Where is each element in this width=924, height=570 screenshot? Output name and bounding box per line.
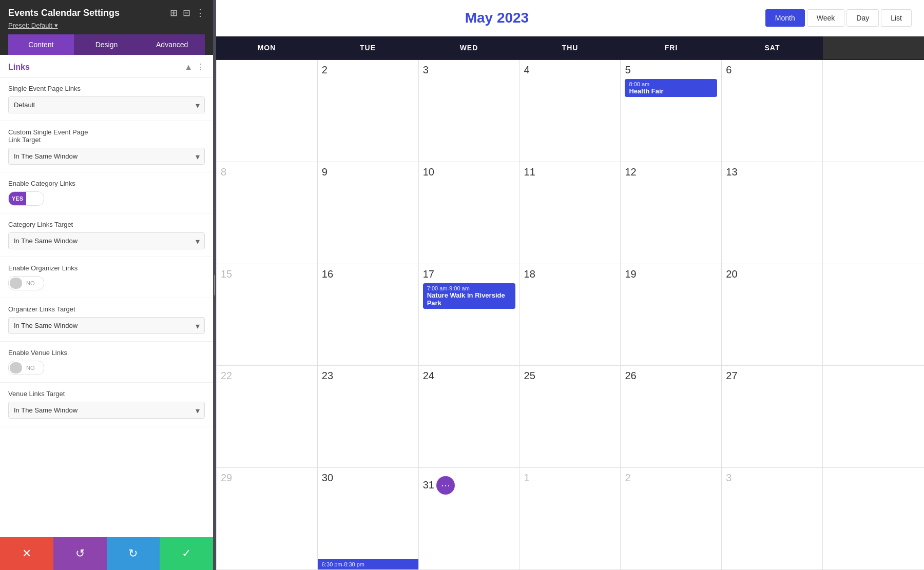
event-health-fair[interactable]: 8:00 am Health Fair [625, 79, 717, 97]
cal-cell: 15 [217, 264, 318, 366]
toggle-no-label: NO [23, 280, 38, 286]
calendar-days-header: MON TUE WED THU FRI SAT [216, 36, 924, 60]
cal-cell [217, 60, 318, 162]
enable-organizer-links-toggle-row: NO [8, 276, 205, 290]
day-name-fri: FRI [621, 36, 722, 59]
category-links-target-select-wrap: In The Same Window In A New Window [8, 232, 205, 249]
preset-row[interactable]: Preset: Default ▾ [8, 22, 205, 34]
cancel-button[interactable]: ✕ [0, 537, 53, 570]
drag-handle[interactable] [213, 0, 216, 570]
action-bar: ✕ ↺ ↻ ✓ [0, 537, 213, 570]
toggle-handle [27, 193, 40, 204]
cal-cell: 1 [520, 468, 621, 570]
enable-category-links-toggle[interactable]: YES [8, 191, 44, 206]
cal-cell: 4 [520, 60, 621, 162]
day-name-sat: SAT [722, 36, 823, 59]
cal-cell: 13 [722, 162, 823, 264]
category-links-target-select[interactable]: In The Same Window In A New Window [8, 232, 205, 249]
cal-cell: 25 [520, 366, 621, 468]
organizer-links-target-label: Organizer Links Target [8, 305, 205, 313]
menu-icon[interactable]: ⋮ [196, 7, 205, 18]
calendar-nav: Month Week Day List [765, 9, 912, 27]
calendar-grid: 2 3 4 5 8:00 am Health Fair 6 8 9 10 11 … [216, 60, 924, 570]
cal-cell: 2 [621, 468, 722, 570]
week-row-1: 2 3 4 5 8:00 am Health Fair 6 [217, 60, 924, 162]
panel-title: Events Calendar Settings [8, 8, 120, 18]
section-icons: ▲ ⋮ [184, 62, 205, 72]
more-section-icon[interactable]: ⋮ [197, 62, 205, 72]
panel-header: Events Calendar Settings ⊞ ⊟ ⋮ Preset: D… [0, 0, 213, 55]
cal-cell-may30: 30 6:30 pm-8:30 pm [318, 468, 419, 570]
cal-cell-may17: 17 7:00 am-9:00 am Nature Walk in Rivers… [419, 264, 520, 366]
single-event-page-links-field: Single Event Page Links Default Custom [0, 77, 213, 121]
redo-button[interactable]: ↻ [107, 537, 160, 570]
collapse-section-icon[interactable]: ▲ [184, 63, 192, 72]
undo-button[interactable]: ↺ [53, 537, 107, 570]
single-event-page-links-select[interactable]: Default Custom [8, 96, 205, 113]
enable-organizer-links-toggle[interactable]: NO [8, 276, 44, 290]
cal-cell [823, 60, 924, 162]
category-links-target-field: Category Links Target In The Same Window… [0, 213, 213, 257]
cal-cell-may31: 31 ⋯ [419, 468, 520, 570]
cal-cell: 6 [722, 60, 823, 162]
save-button[interactable]: ✓ [160, 537, 213, 570]
custom-single-event-link-target-select-wrap: In The Same Window In A New Window [8, 148, 205, 165]
panel-body: Links ▲ ⋮ Single Event Page Links Defaul… [0, 55, 213, 537]
event-more-button[interactable]: ⋯ [436, 476, 455, 495]
tab-advanced[interactable]: Advanced [139, 34, 205, 55]
cal-cell: 23 [318, 366, 419, 468]
custom-single-event-link-target-field: Custom Single Event PageLink Target In T… [0, 121, 213, 172]
week-row-5: 29 30 6:30 pm-8:30 pm 31 ⋯ 1 2 3 [217, 468, 924, 570]
toggle-handle-left [10, 278, 22, 289]
cal-cell: 16 [318, 264, 419, 366]
venue-links-target-select[interactable]: In The Same Window In A New Window [8, 402, 205, 419]
cal-cell: 9 [318, 162, 419, 264]
expand-icon[interactable]: ⊞ [170, 7, 178, 18]
venue-links-target-field: Venue Links Target In The Same Window In… [0, 383, 213, 426]
week-view-button[interactable]: Week [807, 9, 845, 27]
organizer-links-target-select-wrap: In The Same Window In A New Window [8, 317, 205, 334]
day-name-thu: THU [519, 36, 621, 59]
panel-title-icons: ⊞ ⊟ ⋮ [170, 7, 205, 18]
enable-venue-links-toggle[interactable]: NO [8, 361, 44, 375]
organizer-links-target-field: Organizer Links Target In The Same Windo… [0, 298, 213, 342]
cal-cell: 10 [419, 162, 520, 264]
cal-cell: 11 [520, 162, 621, 264]
cal-cell: 3 [419, 60, 520, 162]
toggle-no-label-venue: NO [23, 365, 38, 371]
tab-design[interactable]: Design [74, 34, 140, 55]
calendar-title: May 2023 [465, 10, 529, 26]
venue-links-target-label: Venue Links Target [8, 390, 205, 398]
enable-category-links-field: Enable Category Links YES [0, 172, 213, 213]
event-630pm[interactable]: 6:30 pm-8:30 pm [318, 559, 418, 569]
cal-cell: 19 [621, 264, 722, 366]
day-view-button[interactable]: Day [846, 9, 879, 27]
day-name-wed: WED [418, 36, 519, 59]
tab-content[interactable]: Content [8, 34, 74, 55]
day-name-mon: MON [216, 36, 317, 59]
single-event-page-links-label: Single Event Page Links [8, 85, 205, 92]
cal-cell: 3 [722, 468, 823, 570]
cal-cell [823, 468, 924, 570]
month-view-button[interactable]: Month [765, 9, 805, 27]
cal-cell: 26 [621, 366, 722, 468]
week-row-2: 8 9 10 11 12 13 [217, 162, 924, 264]
enable-category-links-toggle-row: YES [8, 191, 205, 206]
single-event-page-links-select-wrap: Default Custom [8, 96, 205, 113]
tabs-row: Content Design Advanced [8, 34, 205, 55]
organizer-links-target-select[interactable]: In The Same Window In A New Window [8, 317, 205, 334]
cal-cell-may5: 5 8:00 am Health Fair [621, 60, 722, 162]
list-view-button[interactable]: List [881, 9, 912, 27]
event-nature-walk[interactable]: 7:00 am-9:00 am Nature Walk in Riverside… [423, 283, 515, 309]
left-panel: Events Calendar Settings ⊞ ⊟ ⋮ Preset: D… [0, 0, 213, 570]
enable-category-links-label: Enable Category Links [8, 180, 205, 187]
enable-venue-links-toggle-row: NO [8, 361, 205, 375]
day-name-tue: TUE [317, 36, 418, 59]
cal-cell: 8 [217, 162, 318, 264]
week-row-4: 22 23 24 25 26 27 [217, 366, 924, 468]
enable-venue-links-label: Enable Venue Links [8, 349, 205, 357]
collapse-icon[interactable]: ⊟ [183, 7, 190, 18]
enable-venue-links-field: Enable Venue Links NO [0, 342, 213, 383]
custom-single-event-link-target-select[interactable]: In The Same Window In A New Window [8, 148, 205, 165]
week-row-3: 15 16 17 7:00 am-9:00 am Nature Walk in … [217, 264, 924, 366]
